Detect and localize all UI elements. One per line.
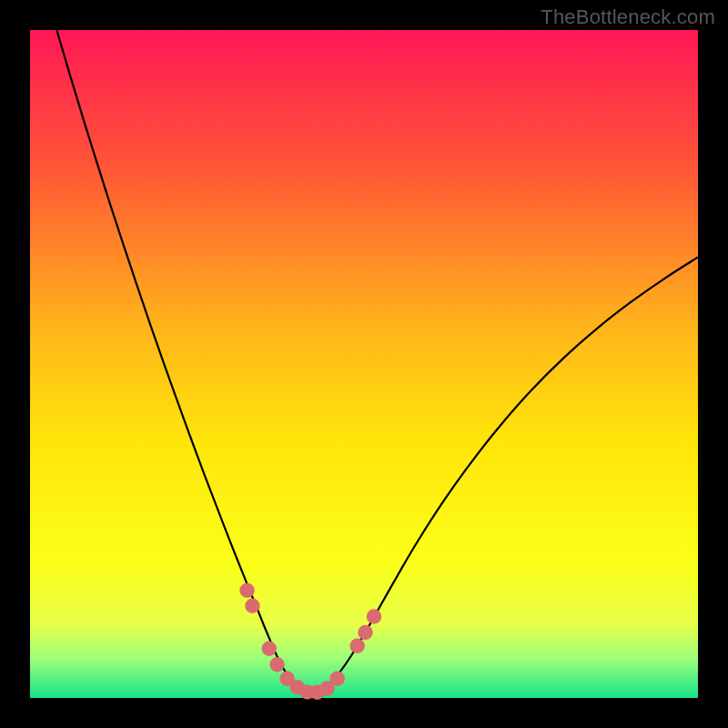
marker-point bbox=[329, 672, 344, 686]
marker-group bbox=[239, 583, 381, 700]
marker-point bbox=[367, 609, 381, 623]
marker-point bbox=[262, 641, 277, 655]
chart-overlay bbox=[30, 30, 698, 698]
watermark-text: TheBottleneck.com bbox=[541, 5, 715, 29]
marker-point bbox=[239, 583, 254, 598]
marker-point bbox=[358, 625, 372, 640]
marker-point bbox=[245, 599, 259, 613]
marker-point bbox=[349, 639, 364, 653]
marker-point bbox=[269, 657, 284, 672]
chart-frame: TheBottleneck.com bbox=[0, 0, 728, 728]
series-left-branch bbox=[56, 30, 310, 693]
